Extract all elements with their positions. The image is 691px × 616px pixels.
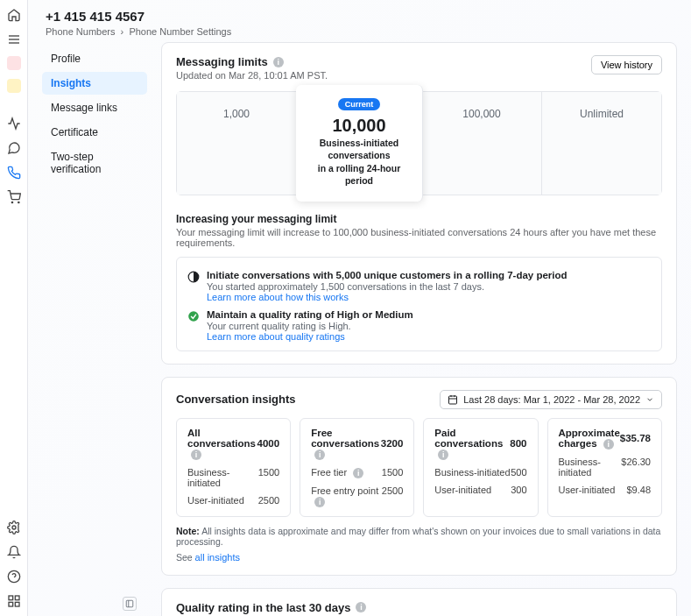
stat-value: 800: [510, 438, 526, 449]
calendar-icon: [448, 394, 458, 405]
breadcrumb: Phone Numbers › Phone Number Settings: [46, 26, 673, 37]
increase-sub: Your messaging limit will increase to 10…: [176, 227, 662, 248]
insights-note: Note: All insights data is approximate a…: [176, 526, 662, 547]
stat-row: User-initiated$9.48: [559, 485, 651, 495]
info-icon[interactable]: i: [191, 450, 201, 460]
stat-value: 3200: [381, 438, 404, 449]
app-tile-yellow[interactable]: [7, 79, 21, 93]
limit-tier-1000: 1,000: [177, 92, 297, 195]
stat-row: Free entry point i2500: [311, 485, 403, 507]
home-icon[interactable]: [6, 7, 22, 23]
bell-icon[interactable]: [6, 544, 22, 560]
stat-card: Approximate charges i$35.78Business-init…: [547, 418, 662, 517]
svg-point-5: [12, 526, 16, 529]
info-icon[interactable]: i: [314, 450, 325, 460]
help-icon[interactable]: [6, 569, 22, 584]
limit-tier-10000-current: Current 10,000 Business-initiated conver…: [296, 85, 423, 202]
sidebar-item-certificate[interactable]: Certificate: [42, 121, 147, 144]
stat-title: All conversations i: [187, 428, 257, 460]
limits-tiers: 1,000 Current 10,000 Business-initiated …: [176, 91, 662, 195]
info-icon[interactable]: i: [438, 450, 448, 460]
stat-row: Business-initiated1500: [187, 467, 279, 488]
requirements-box: Initiate conversations with 5,000 unique…: [176, 257, 662, 351]
view-history-button[interactable]: View history: [591, 55, 662, 74]
limit-tier-100000: 100,000: [422, 92, 542, 195]
stat-row: Business-initiated$26.30: [559, 457, 651, 478]
info-icon[interactable]: i: [314, 497, 325, 507]
learn-more-link[interactable]: Learn more about how this works: [207, 292, 568, 302]
conversation-insights-title: Conversation insights: [176, 393, 296, 406]
breadcrumb-parent[interactable]: Phone Numbers: [46, 26, 116, 37]
info-icon[interactable]: i: [603, 439, 614, 450]
check-circle-icon: [187, 310, 200, 322]
stat-title: Free conversations i: [311, 428, 381, 460]
limit-tier-unlimited: Unlimited: [542, 92, 661, 195]
sidebar-item-profile[interactable]: Profile: [42, 47, 147, 70]
cart-icon[interactable]: [6, 189, 22, 205]
messaging-limits-card: View history Messaging limits i Updated …: [161, 42, 677, 365]
requirement-row: Initiate conversations with 5,000 unique…: [187, 270, 651, 302]
quality-rating-card: Quality rating in the last 30 days i Hig…: [161, 588, 677, 616]
stat-card: All conversations i4000Business-initiate…: [176, 418, 291, 517]
svg-rect-8: [9, 596, 13, 600]
messaging-limits-updated: Updated on Mar 28, 10:01 AM PST.: [176, 70, 662, 81]
sidebar-item-insights[interactable]: Insights: [42, 72, 147, 95]
svg-point-3: [11, 202, 12, 202]
sidebar-item-two-step[interactable]: Two-step verification: [42, 145, 147, 181]
info-icon[interactable]: i: [353, 468, 363, 478]
app-tile-pink[interactable]: [7, 56, 21, 70]
svg-point-4: [18, 202, 18, 202]
chevron-down-icon: [645, 395, 654, 404]
svg-rect-10: [9, 602, 13, 606]
info-icon[interactable]: i: [273, 57, 284, 67]
gear-icon[interactable]: [6, 520, 22, 535]
increase-title: Increasing your messaging limit: [176, 213, 662, 225]
activity-icon[interactable]: [6, 116, 22, 131]
menu-icon[interactable]: [6, 32, 22, 47]
svg-rect-9: [15, 596, 19, 600]
stat-title: Approximate charges i: [559, 428, 620, 450]
collapse-sidebar-icon[interactable]: [123, 597, 137, 611]
apps-icon[interactable]: [6, 593, 22, 609]
page-title: +1 415 415 4567: [46, 9, 673, 24]
quality-chart-title: Quality rating in the last 30 days: [176, 601, 350, 614]
stat-card: Paid conversations i800Business-initiate…: [423, 418, 538, 517]
stat-row: User-initiated2500: [187, 495, 279, 506]
stat-value: $35.78: [620, 433, 651, 443]
svg-rect-12: [126, 600, 133, 607]
date-range-picker[interactable]: Last 28 days: Mar 1, 2022 - Mar 28, 2022: [440, 390, 662, 409]
stat-card: Free conversations i3200Free tier i1500F…: [300, 418, 414, 517]
info-icon[interactable]: i: [356, 602, 366, 612]
settings-sidebar: Profile Insights Message links Certifica…: [42, 42, 147, 616]
conversation-insights-card: Conversation insights Last 28 days: Mar …: [161, 377, 677, 576]
messaging-limits-title: Messaging limits: [176, 55, 268, 68]
stat-title: Paid conversations i: [434, 428, 510, 460]
stat-row: User-initiated300: [434, 485, 526, 495]
requirement-row: Maintain a quality rating of High or Med…: [187, 309, 651, 342]
stat-row: Free tier i1500: [311, 467, 403, 478]
all-insights-link[interactable]: all insights: [195, 552, 240, 563]
learn-more-link[interactable]: Learn more about quality ratings: [207, 331, 413, 342]
page-header: +1 415 415 4567 Phone Numbers › Phone Nu…: [28, 0, 691, 42]
svg-rect-11: [15, 602, 19, 606]
sidebar-item-message-links[interactable]: Message links: [42, 96, 147, 119]
current-badge: Current: [338, 98, 381, 110]
stat-value: 4000: [257, 438, 280, 449]
chat-icon[interactable]: [6, 140, 22, 156]
nav-rail: [0, 0, 28, 616]
stat-row: Business-initiated500: [434, 467, 526, 478]
progress-half-icon: [187, 271, 200, 283]
svg-point-15: [188, 311, 199, 322]
phone-icon[interactable]: [6, 165, 22, 181]
breadcrumb-current: Phone Number Settings: [129, 26, 231, 37]
svg-rect-16: [449, 396, 457, 404]
